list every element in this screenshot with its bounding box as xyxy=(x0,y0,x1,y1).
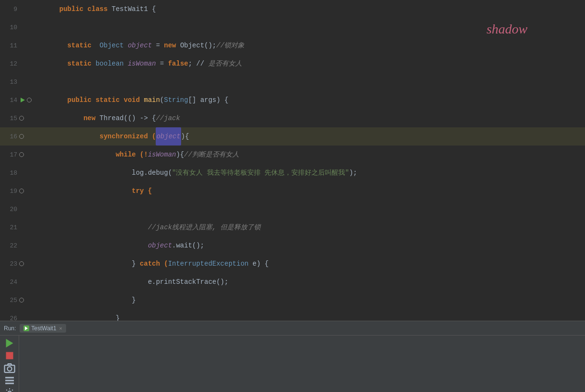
code-line-18: 18 log.debug("没有女人 我去等待老板安排 先休息，安排好之后叫醒我… xyxy=(0,164,585,182)
line-num-16: 16 xyxy=(4,133,17,140)
line-num-22: 22 xyxy=(4,242,17,249)
comment-judge: //判断是否有女人 xyxy=(184,146,239,164)
assign: = xyxy=(156,55,168,73)
line-content-24: e.printStackTrace(); xyxy=(46,273,585,291)
line-num-15: 15 xyxy=(4,115,17,122)
gutter-14[interactable] xyxy=(19,97,34,103)
breakpoint-23[interactable] xyxy=(19,261,24,266)
kw-new: new xyxy=(164,36,180,55)
line-number-area-20: 20 xyxy=(0,200,46,218)
kw-sync: synchronized ( xyxy=(51,127,156,146)
eq: = xyxy=(152,36,164,55)
line-num-9: 9 xyxy=(4,6,17,13)
code-editor: shadow 9 public class TestWait1 { 10 11 … xyxy=(0,0,585,321)
type-bool: boolean xyxy=(95,55,127,73)
stop-icon xyxy=(4,350,15,361)
semi: ; // xyxy=(188,55,208,73)
line-content-12: static boolean isWoman = false; // 是否有女人 xyxy=(46,55,585,73)
line-content-11: static Object object = new Object();//锁对… xyxy=(46,36,585,55)
run-settings-button[interactable] xyxy=(4,387,15,392)
line-num-23: 23 xyxy=(4,260,17,268)
run-tab-close[interactable]: × xyxy=(59,325,62,331)
run-play-button[interactable] xyxy=(4,337,15,349)
run-tab-testwait1[interactable]: TestWait1 × xyxy=(20,324,66,333)
run-output xyxy=(38,336,46,392)
line-content-17: while (!isWoman){//判断是否有女人 xyxy=(46,146,585,164)
code-line-22: 22 object.wait(); xyxy=(0,236,585,255)
gutter-15 xyxy=(19,116,34,121)
run-panel: Run: TestWait1 × xyxy=(0,321,585,392)
line-number-area-16: 16 xyxy=(0,127,46,146)
type-object: Object xyxy=(100,36,128,55)
line-num-18: 18 xyxy=(4,169,17,177)
run-dump-button[interactable] xyxy=(4,375,15,386)
run-button-14[interactable] xyxy=(19,97,26,103)
fn-main: main xyxy=(144,91,160,109)
params-start: ( xyxy=(160,91,164,109)
run-label: Run: xyxy=(4,325,16,332)
code-line-19: 19 try { xyxy=(0,182,585,200)
code-line-21: 21 //jack线程进入阻塞, 但是释放了锁 xyxy=(0,218,585,236)
breakpoint-14[interactable] xyxy=(27,98,32,102)
gutter-16 xyxy=(19,134,34,139)
line-content-14: public static void main(String[] args) { xyxy=(46,91,585,109)
line-content-15: new Thread(() -> {//jack xyxy=(46,109,585,127)
kw-false: false xyxy=(168,55,188,73)
run-tab-play-triangle xyxy=(25,326,28,330)
line-number-area-15: 15 xyxy=(0,109,46,127)
code-line-9: 9 public class TestWait1 { xyxy=(0,0,585,18)
breakpoint-17[interactable] xyxy=(19,152,24,157)
line-number-area-9: 9 xyxy=(0,0,46,18)
line-number-area-19: 19 xyxy=(0,182,46,200)
while-brace: ){ xyxy=(176,146,184,164)
line-content-21: //jack线程进入阻塞, 但是释放了锁 xyxy=(46,218,585,236)
code-line-25: 25 } xyxy=(0,291,585,309)
line-content-18: log.debug("没有女人 我去等待老板安排 先休息，安排好之后叫醒我"); xyxy=(46,164,585,182)
line-num-25: 25 xyxy=(4,297,17,304)
line-num-26: 26 xyxy=(4,315,17,321)
kw-public-static: public static void xyxy=(51,91,144,109)
kw-new15: new xyxy=(51,109,100,127)
dump-icon xyxy=(4,375,15,386)
close-brace25: } xyxy=(51,291,136,309)
line-number-area-24: 24 xyxy=(0,273,46,291)
line-content-16: synchronized (object){ xyxy=(46,127,585,146)
line-number-area-22: 22 xyxy=(0,236,46,255)
line-content-19: try { xyxy=(46,182,585,200)
bottom-panel-inner xyxy=(0,336,585,392)
breakpoint-15[interactable] xyxy=(19,116,24,121)
thread: Thread(() -> { xyxy=(100,109,156,127)
line-content-9: public class TestWait1 { xyxy=(46,0,585,18)
log-dot: .debug( xyxy=(144,164,172,182)
line-number-area-14: 14 xyxy=(0,91,46,109)
log-str: "没有女人 我去等待老板安排 先休息，安排好之后叫醒我" xyxy=(172,164,349,182)
code-line-12: 12 static boolean isWoman = false; // 是否… xyxy=(0,55,585,73)
line-num-14: 14 xyxy=(4,97,17,104)
line-number-area-18: 18 xyxy=(0,164,46,182)
code-line-11: 11 static Object object = new Object();/… xyxy=(0,36,585,55)
svg-rect-4 xyxy=(5,377,14,379)
comment-lock: //锁对象 xyxy=(217,36,245,55)
code-line-23: 23 } catch (InterruptedException e) { xyxy=(0,255,585,273)
line-number-area-10: 10 xyxy=(0,18,46,36)
run-stop-button[interactable] xyxy=(4,350,15,361)
sync-var: object xyxy=(156,127,181,146)
catch-start: } xyxy=(51,255,140,273)
line-num-20: 20 xyxy=(4,206,17,213)
line-number-area-11: 11 xyxy=(0,36,46,55)
line-content-22: object.wait(); xyxy=(46,236,585,255)
line-content-23: } catch (InterruptedException e) { xyxy=(46,255,585,273)
kw-try: try { xyxy=(51,182,152,200)
log-prefix: log xyxy=(51,164,144,182)
breakpoint-19[interactable] xyxy=(19,189,24,193)
breakpoint-16[interactable] xyxy=(19,134,24,139)
line-num-17: 17 xyxy=(4,151,17,158)
line-num-12: 12 xyxy=(4,60,17,67)
kw-static2: static xyxy=(51,55,95,73)
code-line-26: 26 } xyxy=(0,309,585,321)
breakpoint-25[interactable] xyxy=(19,298,24,302)
log-end: ); xyxy=(349,164,357,182)
code-line-16: 16 synchronized (object){ xyxy=(0,127,585,146)
svg-marker-0 xyxy=(6,339,13,347)
run-screenshot-button[interactable] xyxy=(4,362,15,374)
